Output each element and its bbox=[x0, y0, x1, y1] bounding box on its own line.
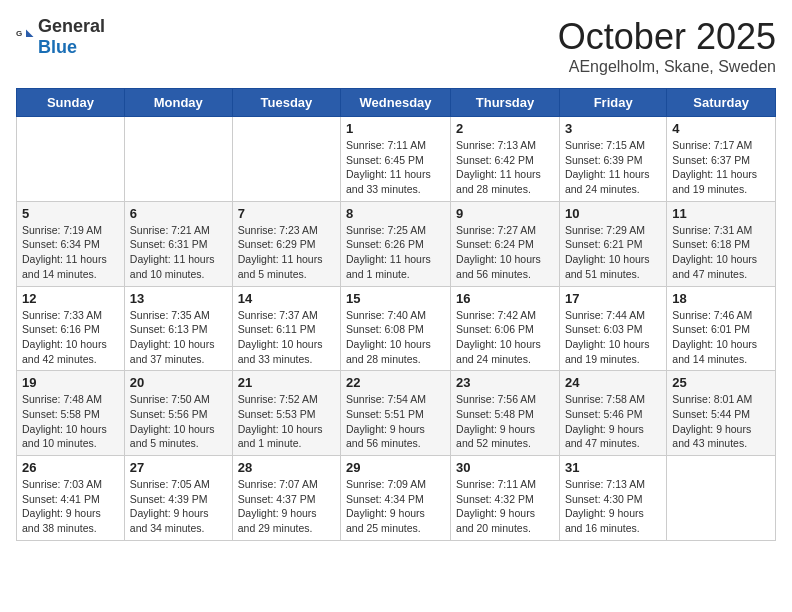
calendar-cell: 17Sunrise: 7:44 AM Sunset: 6:03 PM Dayli… bbox=[559, 286, 666, 371]
day-info: Sunrise: 7:25 AM Sunset: 6:26 PM Dayligh… bbox=[346, 223, 445, 282]
day-number: 16 bbox=[456, 291, 554, 306]
calendar-cell: 1Sunrise: 7:11 AM Sunset: 6:45 PM Daylig… bbox=[341, 117, 451, 202]
day-info: Sunrise: 7:31 AM Sunset: 6:18 PM Dayligh… bbox=[672, 223, 770, 282]
calendar-week-row: 1Sunrise: 7:11 AM Sunset: 6:45 PM Daylig… bbox=[17, 117, 776, 202]
day-info: Sunrise: 7:50 AM Sunset: 5:56 PM Dayligh… bbox=[130, 392, 227, 451]
dow-header: Thursday bbox=[451, 89, 560, 117]
calendar-cell: 13Sunrise: 7:35 AM Sunset: 6:13 PM Dayli… bbox=[124, 286, 232, 371]
dow-header: Tuesday bbox=[232, 89, 340, 117]
day-info: Sunrise: 7:42 AM Sunset: 6:06 PM Dayligh… bbox=[456, 308, 554, 367]
dow-header: Wednesday bbox=[341, 89, 451, 117]
calendar-cell: 14Sunrise: 7:37 AM Sunset: 6:11 PM Dayli… bbox=[232, 286, 340, 371]
logo-general-text: General bbox=[38, 16, 105, 36]
day-number: 27 bbox=[130, 460, 227, 475]
calendar-cell: 4Sunrise: 7:17 AM Sunset: 6:37 PM Daylig… bbox=[667, 117, 776, 202]
calendar-cell: 5Sunrise: 7:19 AM Sunset: 6:34 PM Daylig… bbox=[17, 201, 125, 286]
dow-header: Sunday bbox=[17, 89, 125, 117]
day-info: Sunrise: 7:09 AM Sunset: 4:34 PM Dayligh… bbox=[346, 477, 445, 536]
day-number: 3 bbox=[565, 121, 661, 136]
calendar-cell: 27Sunrise: 7:05 AM Sunset: 4:39 PM Dayli… bbox=[124, 456, 232, 541]
day-number: 28 bbox=[238, 460, 335, 475]
calendar-cell: 30Sunrise: 7:11 AM Sunset: 4:32 PM Dayli… bbox=[451, 456, 560, 541]
day-number: 1 bbox=[346, 121, 445, 136]
day-number: 19 bbox=[22, 375, 119, 390]
day-number: 13 bbox=[130, 291, 227, 306]
calendar-cell: 19Sunrise: 7:48 AM Sunset: 5:58 PM Dayli… bbox=[17, 371, 125, 456]
day-info: Sunrise: 7:52 AM Sunset: 5:53 PM Dayligh… bbox=[238, 392, 335, 451]
day-info: Sunrise: 7:29 AM Sunset: 6:21 PM Dayligh… bbox=[565, 223, 661, 282]
day-number: 26 bbox=[22, 460, 119, 475]
logo-icon: G bbox=[16, 27, 36, 47]
day-info: Sunrise: 7:21 AM Sunset: 6:31 PM Dayligh… bbox=[130, 223, 227, 282]
calendar-cell: 20Sunrise: 7:50 AM Sunset: 5:56 PM Dayli… bbox=[124, 371, 232, 456]
day-number: 8 bbox=[346, 206, 445, 221]
calendar-cell: 24Sunrise: 7:58 AM Sunset: 5:46 PM Dayli… bbox=[559, 371, 666, 456]
location-title: AEngelholm, Skane, Sweden bbox=[558, 58, 776, 76]
day-info: Sunrise: 7:17 AM Sunset: 6:37 PM Dayligh… bbox=[672, 138, 770, 197]
day-number: 29 bbox=[346, 460, 445, 475]
day-number: 21 bbox=[238, 375, 335, 390]
calendar-cell bbox=[124, 117, 232, 202]
day-number: 5 bbox=[22, 206, 119, 221]
day-info: Sunrise: 7:11 AM Sunset: 4:32 PM Dayligh… bbox=[456, 477, 554, 536]
calendar-table: SundayMondayTuesdayWednesdayThursdayFrid… bbox=[16, 88, 776, 541]
day-number: 4 bbox=[672, 121, 770, 136]
day-number: 10 bbox=[565, 206, 661, 221]
calendar-cell: 2Sunrise: 7:13 AM Sunset: 6:42 PM Daylig… bbox=[451, 117, 560, 202]
day-info: Sunrise: 7:23 AM Sunset: 6:29 PM Dayligh… bbox=[238, 223, 335, 282]
day-info: Sunrise: 7:07 AM Sunset: 4:37 PM Dayligh… bbox=[238, 477, 335, 536]
calendar-cell: 29Sunrise: 7:09 AM Sunset: 4:34 PM Dayli… bbox=[341, 456, 451, 541]
day-number: 7 bbox=[238, 206, 335, 221]
calendar-cell: 8Sunrise: 7:25 AM Sunset: 6:26 PM Daylig… bbox=[341, 201, 451, 286]
day-number: 2 bbox=[456, 121, 554, 136]
calendar-cell: 31Sunrise: 7:13 AM Sunset: 4:30 PM Dayli… bbox=[559, 456, 666, 541]
day-info: Sunrise: 7:19 AM Sunset: 6:34 PM Dayligh… bbox=[22, 223, 119, 282]
calendar-cell: 18Sunrise: 7:46 AM Sunset: 6:01 PM Dayli… bbox=[667, 286, 776, 371]
day-number: 22 bbox=[346, 375, 445, 390]
day-number: 9 bbox=[456, 206, 554, 221]
day-info: Sunrise: 7:37 AM Sunset: 6:11 PM Dayligh… bbox=[238, 308, 335, 367]
dow-header: Friday bbox=[559, 89, 666, 117]
dow-header: Saturday bbox=[667, 89, 776, 117]
day-number: 31 bbox=[565, 460, 661, 475]
day-number: 20 bbox=[130, 375, 227, 390]
day-info: Sunrise: 8:01 AM Sunset: 5:44 PM Dayligh… bbox=[672, 392, 770, 451]
day-number: 12 bbox=[22, 291, 119, 306]
calendar-cell bbox=[17, 117, 125, 202]
day-number: 17 bbox=[565, 291, 661, 306]
day-number: 30 bbox=[456, 460, 554, 475]
day-info: Sunrise: 7:44 AM Sunset: 6:03 PM Dayligh… bbox=[565, 308, 661, 367]
days-of-week-row: SundayMondayTuesdayWednesdayThursdayFrid… bbox=[17, 89, 776, 117]
calendar-cell: 21Sunrise: 7:52 AM Sunset: 5:53 PM Dayli… bbox=[232, 371, 340, 456]
day-info: Sunrise: 7:27 AM Sunset: 6:24 PM Dayligh… bbox=[456, 223, 554, 282]
title-area: October 2025 AEngelholm, Skane, Sweden bbox=[558, 16, 776, 76]
svg-text:G: G bbox=[16, 29, 22, 38]
calendar-body: 1Sunrise: 7:11 AM Sunset: 6:45 PM Daylig… bbox=[17, 117, 776, 541]
calendar-cell: 6Sunrise: 7:21 AM Sunset: 6:31 PM Daylig… bbox=[124, 201, 232, 286]
day-info: Sunrise: 7:05 AM Sunset: 4:39 PM Dayligh… bbox=[130, 477, 227, 536]
calendar-cell: 26Sunrise: 7:03 AM Sunset: 4:41 PM Dayli… bbox=[17, 456, 125, 541]
day-info: Sunrise: 7:56 AM Sunset: 5:48 PM Dayligh… bbox=[456, 392, 554, 451]
day-info: Sunrise: 7:15 AM Sunset: 6:39 PM Dayligh… bbox=[565, 138, 661, 197]
month-title: October 2025 bbox=[558, 16, 776, 58]
calendar-cell: 25Sunrise: 8:01 AM Sunset: 5:44 PM Dayli… bbox=[667, 371, 776, 456]
dow-header: Monday bbox=[124, 89, 232, 117]
day-number: 25 bbox=[672, 375, 770, 390]
logo-blue-text: Blue bbox=[38, 37, 77, 57]
calendar-cell: 7Sunrise: 7:23 AM Sunset: 6:29 PM Daylig… bbox=[232, 201, 340, 286]
day-info: Sunrise: 7:33 AM Sunset: 6:16 PM Dayligh… bbox=[22, 308, 119, 367]
calendar-cell: 12Sunrise: 7:33 AM Sunset: 6:16 PM Dayli… bbox=[17, 286, 125, 371]
day-info: Sunrise: 7:48 AM Sunset: 5:58 PM Dayligh… bbox=[22, 392, 119, 451]
logo: G General Blue bbox=[16, 16, 105, 58]
day-info: Sunrise: 7:40 AM Sunset: 6:08 PM Dayligh… bbox=[346, 308, 445, 367]
day-info: Sunrise: 7:46 AM Sunset: 6:01 PM Dayligh… bbox=[672, 308, 770, 367]
day-info: Sunrise: 7:03 AM Sunset: 4:41 PM Dayligh… bbox=[22, 477, 119, 536]
calendar-week-row: 26Sunrise: 7:03 AM Sunset: 4:41 PM Dayli… bbox=[17, 456, 776, 541]
day-info: Sunrise: 7:11 AM Sunset: 6:45 PM Dayligh… bbox=[346, 138, 445, 197]
day-info: Sunrise: 7:13 AM Sunset: 6:42 PM Dayligh… bbox=[456, 138, 554, 197]
calendar-week-row: 5Sunrise: 7:19 AM Sunset: 6:34 PM Daylig… bbox=[17, 201, 776, 286]
calendar-cell: 23Sunrise: 7:56 AM Sunset: 5:48 PM Dayli… bbox=[451, 371, 560, 456]
calendar-cell: 9Sunrise: 7:27 AM Sunset: 6:24 PM Daylig… bbox=[451, 201, 560, 286]
calendar-cell: 10Sunrise: 7:29 AM Sunset: 6:21 PM Dayli… bbox=[559, 201, 666, 286]
calendar-cell: 3Sunrise: 7:15 AM Sunset: 6:39 PM Daylig… bbox=[559, 117, 666, 202]
